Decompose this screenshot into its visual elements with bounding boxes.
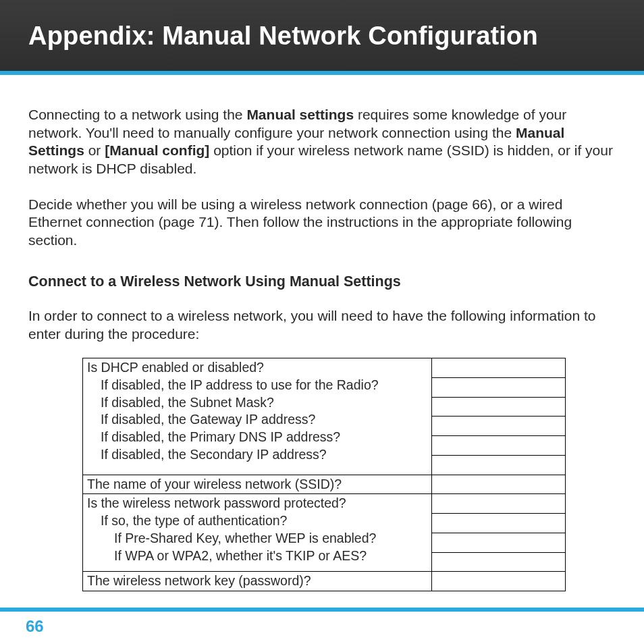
table-cell-label: The wireless network key (password)?	[83, 572, 432, 591]
page-header: Appendix: Manual Network Configuration	[0, 0, 644, 75]
intro-paragraph-1: Connecting to a network using the Manual…	[28, 106, 616, 178]
text: If disabled, the Gateway IP address?	[87, 411, 315, 429]
table-cell-value	[432, 397, 566, 417]
table-cell-value	[432, 552, 566, 572]
requirements-table: Is DHCP enabled or disabled? If disabled…	[82, 358, 566, 591]
table-cell-value	[432, 475, 566, 494]
page-content: Connecting to a network using the Manual…	[0, 75, 644, 591]
page-number: 66	[26, 617, 44, 636]
text: Connecting to a network using the	[28, 107, 246, 122]
table-cell-value	[432, 417, 566, 436]
text: If WPA or WPA2, whether it's TKIP or AES…	[87, 547, 367, 565]
table-cell-value	[432, 572, 566, 591]
table-cell-value	[432, 533, 566, 552]
table-cell-value	[432, 455, 566, 475]
table-cell-label: The name of your wireless network (SSID)…	[83, 475, 432, 494]
table-cell-value	[432, 358, 566, 378]
text: If Pre-Shared Key, whether WEP is enable…	[87, 530, 376, 547]
text: Is the wireless network password protect…	[87, 495, 346, 510]
text: If disabled, the Subnet Mask?	[87, 394, 274, 412]
text: If disabled, the Primary DNS IP address?	[87, 429, 340, 446]
table-cell-value	[432, 494, 566, 514]
table-row: Is DHCP enabled or disabled? If disabled…	[83, 358, 566, 378]
table-cell-label: Is the wireless network password protect…	[83, 494, 432, 572]
text: Is DHCP enabled or disabled?	[87, 360, 264, 375]
text: If disabled, the IP address to use for t…	[87, 377, 379, 394]
section-intro: In order to connect to a wireless networ…	[28, 307, 616, 343]
intro-paragraph-2: Decide whether you will be using a wirel…	[28, 196, 616, 250]
page-title: Appendix: Manual Network Configuration	[28, 22, 644, 51]
table-row: Is the wireless network password protect…	[83, 494, 566, 514]
table-row: The wireless network key (password)?	[83, 572, 566, 591]
table-cell-value	[432, 436, 566, 456]
table-row: The name of your wireless network (SSID)…	[83, 475, 566, 494]
text: If so, the type of authentication?	[87, 512, 287, 530]
table-cell-value	[432, 377, 566, 397]
table-cell-value	[432, 514, 566, 533]
text: If disabled, the Secondary IP address?	[87, 446, 327, 464]
bold-text: [Manual config]	[105, 142, 209, 158]
bold-text: Manual settings	[246, 107, 354, 122]
section-heading: Connect to a Wireless Network Using Manu…	[28, 273, 616, 291]
text: or	[84, 142, 105, 158]
table-cell-label: Is DHCP enabled or disabled? If disabled…	[83, 358, 432, 475]
page-footer: 66	[0, 608, 644, 644]
